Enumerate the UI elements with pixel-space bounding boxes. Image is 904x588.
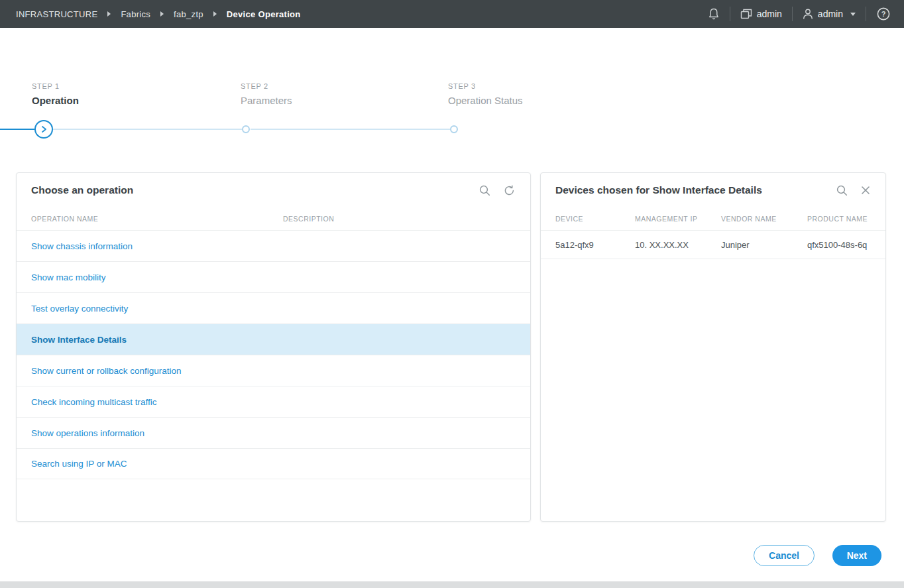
breadcrumb-arrow-icon xyxy=(213,11,217,17)
operations-table-header: OPERATION NAME DESCRIPTION xyxy=(17,207,530,230)
operation-row[interactable]: Show mac mobility xyxy=(17,261,530,292)
column-operation-name: OPERATION NAME xyxy=(31,215,283,223)
choose-operation-header: Choose an operation xyxy=(17,173,530,207)
step2-circle[interactable] xyxy=(242,125,250,133)
operation-row[interactable]: Show chassis information xyxy=(17,230,530,261)
chevron-down-icon xyxy=(850,13,856,16)
tenant-label: admin xyxy=(757,9,782,19)
help-icon[interactable]: ? xyxy=(876,7,891,21)
refresh-icon[interactable] xyxy=(503,184,516,197)
step-parameters: STEP 2 Parameters xyxy=(241,82,292,106)
operation-name-link[interactable]: Check incoming multicast traffic xyxy=(31,397,283,407)
devices-chosen-panel: Devices chosen for Show Interface Detail… xyxy=(540,172,886,522)
column-vendor-name: VENDOR NAME xyxy=(721,215,807,223)
column-product-name: PRODUCT NAME xyxy=(807,215,871,223)
user-icon xyxy=(803,8,813,20)
step-kicker: STEP 1 xyxy=(32,82,79,90)
topbar-divider xyxy=(866,7,866,21)
operation-name-link[interactable]: Show Interface Details xyxy=(31,335,283,345)
device-cell-vendor-name: Juniper xyxy=(721,240,807,250)
breadcrumb-fabrics[interactable]: Fabrics xyxy=(121,9,150,19)
device-cell-management-ip: 10. XX.XX.XX xyxy=(635,240,721,250)
device-cell-device: 5a12-qfx9 xyxy=(555,240,635,250)
operation-name-link[interactable]: Search using IP or MAC xyxy=(31,459,283,469)
step-title: Operation Status xyxy=(448,95,523,106)
operation-name-link[interactable]: Show current or rollback configuration xyxy=(31,366,283,376)
step1-active-circle[interactable] xyxy=(34,120,53,139)
notifications-bell-icon[interactable] xyxy=(708,7,720,21)
main-content: STEP 1 Operation STEP 2 Parameters STEP … xyxy=(0,28,904,588)
search-icon[interactable] xyxy=(479,184,491,197)
devices-panel-header: Devices chosen for Show Interface Detail… xyxy=(541,173,885,207)
operation-name-link[interactable]: Show operations information xyxy=(31,428,283,438)
operation-name-link[interactable]: Show mac mobility xyxy=(31,272,283,282)
device-cell-product-name: qfx5100-48s-6q xyxy=(807,240,871,250)
operations-rows: Show chassis informationShow mac mobilit… xyxy=(17,230,530,479)
operation-row[interactable]: Show current or rollback configuration xyxy=(17,355,530,386)
tenant-selector[interactable]: admin xyxy=(740,9,782,19)
user-menu[interactable]: admin xyxy=(803,8,856,20)
operation-name-link[interactable]: Test overlay connectivity xyxy=(31,304,283,314)
top-navigation-bar: INFRASTRUCTURE Fabrics fab_ztp Device Op… xyxy=(0,0,904,28)
operation-row[interactable]: Show operations information xyxy=(17,417,530,448)
step-title: Operation xyxy=(32,95,79,106)
topbar-divider xyxy=(730,7,730,21)
next-button[interactable]: Next xyxy=(832,545,881,566)
panel-title: Choose an operation xyxy=(31,184,133,196)
operation-row[interactable]: Check incoming multicast traffic xyxy=(17,386,530,417)
operation-name-link[interactable]: Show chassis information xyxy=(31,241,283,251)
operation-row[interactable]: Search using IP or MAC xyxy=(17,448,530,479)
column-description: DESCRIPTION xyxy=(283,215,516,223)
stepper-line xyxy=(53,129,242,130)
close-icon[interactable] xyxy=(860,185,871,196)
step-operation: STEP 1 Operation xyxy=(32,82,79,106)
step-operation-status: STEP 3 Operation Status xyxy=(448,82,523,106)
search-icon[interactable] xyxy=(836,184,848,197)
cancel-button[interactable]: Cancel xyxy=(754,545,815,566)
user-label: admin xyxy=(818,9,843,19)
devices-rows: 5a12-qfx910. XX.XX.XXJuniperqfx5100-48s-… xyxy=(541,230,885,259)
step-kicker: STEP 3 xyxy=(448,82,523,90)
tenant-icon xyxy=(740,9,752,19)
column-management-ip: MANAGEMENT IP xyxy=(635,215,721,223)
svg-text:?: ? xyxy=(881,10,886,18)
panel-title: Devices chosen for Show Interface Detail… xyxy=(555,184,762,196)
window-bottom-strip xyxy=(0,581,904,588)
operation-row[interactable]: Test overlay connectivity xyxy=(17,292,530,323)
device-row[interactable]: 5a12-qfx910. XX.XX.XXJuniperqfx5100-48s-… xyxy=(541,230,885,259)
topbar-right-controls: admin admin ? xyxy=(708,7,904,21)
breadcrumb-arrow-icon xyxy=(160,11,164,17)
breadcrumb-fab-ztp[interactable]: fab_ztp xyxy=(174,9,203,19)
breadcrumb-arrow-icon xyxy=(107,11,111,17)
choose-operation-panel: Choose an operation OPERATION NAME xyxy=(16,172,531,522)
topbar-divider xyxy=(792,7,793,21)
step-title: Parameters xyxy=(241,95,292,106)
breadcrumb-current-page: Device Operation xyxy=(227,9,301,19)
operation-row[interactable]: Show Interface Details xyxy=(17,323,530,355)
stepper-line xyxy=(251,129,450,130)
column-device: DEVICE xyxy=(555,215,635,223)
devices-table-header: DEVICE MANAGEMENT IP VENDOR NAME PRODUCT… xyxy=(541,207,885,230)
breadcrumb-infrastructure[interactable]: INFRASTRUCTURE xyxy=(16,9,97,19)
stepper-line-active xyxy=(0,129,34,130)
breadcrumb: INFRASTRUCTURE Fabrics fab_ztp Device Op… xyxy=(0,9,301,19)
step-kicker: STEP 2 xyxy=(241,82,292,90)
step3-circle[interactable] xyxy=(450,125,458,133)
